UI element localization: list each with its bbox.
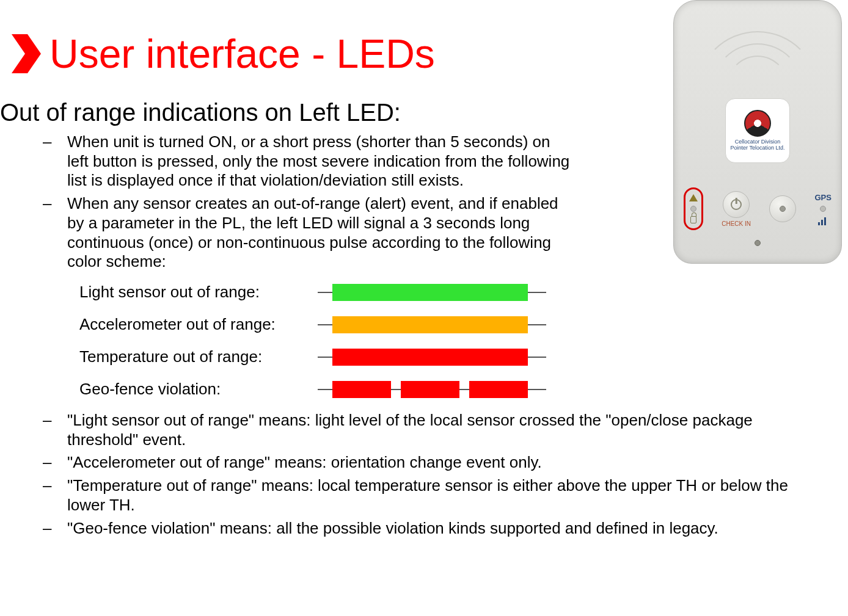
device-logo-plate: Cellocator Division Pointer Telocation L… <box>725 98 790 163</box>
scheme-label: Light sensor out of range: <box>79 283 318 302</box>
device-illustration: Cellocator Division Pointer Telocation L… <box>673 0 842 264</box>
warning-triangle-icon <box>689 194 698 201</box>
slide: Cellocator Division Pointer Telocation L… <box>0 0 848 616</box>
chevron-icon <box>9 32 43 76</box>
pulse-gap <box>391 389 401 390</box>
mic-led-icon <box>780 206 786 212</box>
brand-line-1: Cellocator Division <box>735 139 781 145</box>
solid-pulse-bar <box>332 284 528 301</box>
right-round-button <box>769 195 796 222</box>
center-button-stack: CHECK IN <box>722 191 751 227</box>
trail-line <box>528 357 546 358</box>
gps-stack: GPS <box>815 193 832 225</box>
solid-pulse-bar <box>332 316 528 333</box>
device-signal-arcs <box>696 25 819 98</box>
gps-label: GPS <box>815 193 832 202</box>
scheme-bar <box>318 381 574 398</box>
list-item: "Geo-fence violation" means: all the pos… <box>43 519 813 538</box>
page-title: User interface - LEDs <box>49 31 435 77</box>
lead-line <box>318 324 332 325</box>
left-led-icon <box>690 206 696 212</box>
trail-line <box>528 292 546 293</box>
pulse-segment <box>332 381 391 398</box>
solid-pulse-bar <box>332 349 528 366</box>
power-icon <box>731 199 742 210</box>
signal-icon <box>818 216 828 225</box>
scheme-label: Temperature out of range: <box>79 347 318 366</box>
scheme-label: Geo-fence violation: <box>79 380 318 399</box>
device-button-row: CHECK IN GPS <box>674 187 841 230</box>
pulse-segment <box>469 381 528 398</box>
trail-line <box>528 324 546 325</box>
scheme-label: Accelerometer out of range: <box>79 315 318 334</box>
list-item: When any sensor creates an out-of-range … <box>43 194 574 272</box>
left-button-highlight <box>684 187 703 230</box>
power-button <box>723 191 750 218</box>
list-item: When unit is turned ON, or a short press… <box>43 132 574 190</box>
bottom-bullet-list: "Light sensor out of range" means: light… <box>43 411 848 538</box>
device-body: Cellocator Division Pointer Telocation L… <box>673 0 842 264</box>
color-scheme-grid: Light sensor out of range:Accelerometer … <box>79 283 848 399</box>
scheme-bar <box>318 316 574 333</box>
pulse-segment <box>401 381 459 398</box>
lead-line <box>318 292 332 293</box>
lock-icon <box>690 216 696 223</box>
lead-line <box>318 389 332 390</box>
lead-line <box>318 357 332 358</box>
brand-line-2: Pointer Telocation Ltd. <box>731 145 785 151</box>
checkin-label: CHECK IN <box>722 220 751 227</box>
bottom-indicator-dot <box>755 240 761 246</box>
brand-logo-icon <box>744 110 771 137</box>
pulse-gap <box>459 389 469 390</box>
list-item: "Accelerometer out of range" means: orie… <box>43 453 813 473</box>
brand-text: Cellocator Division Pointer Telocation L… <box>731 139 785 151</box>
list-item: "Temperature out of range" means: local … <box>43 476 813 515</box>
scheme-bar <box>318 284 574 301</box>
gps-led-icon <box>820 206 826 212</box>
scheme-bar <box>318 349 574 366</box>
trail-line <box>528 389 546 390</box>
segmented-pulse-bar <box>332 381 528 398</box>
list-item: "Light sensor out of range" means: light… <box>43 411 813 449</box>
svg-marker-0 <box>12 34 41 73</box>
